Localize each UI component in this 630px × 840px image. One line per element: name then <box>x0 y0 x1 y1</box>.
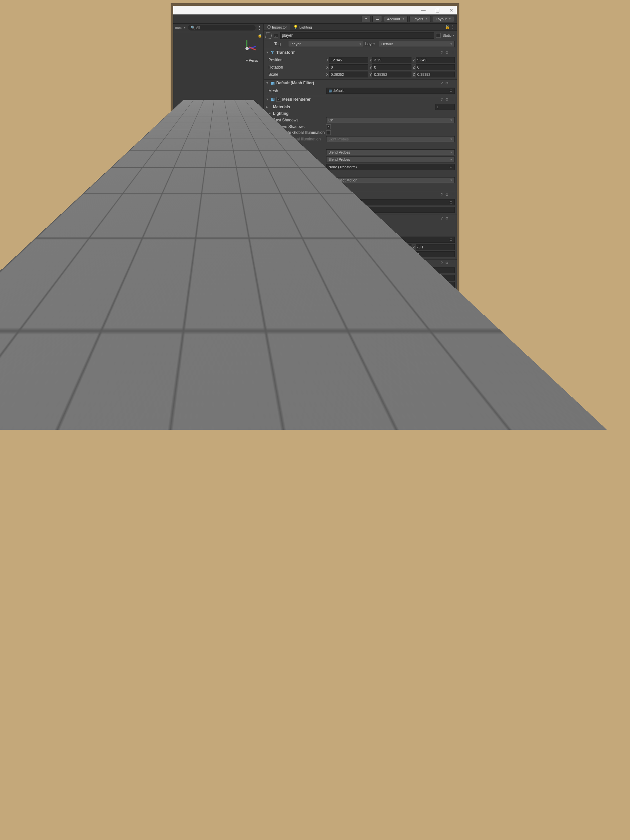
menu-icon[interactable]: ⋮ <box>451 216 455 221</box>
layer-dropdown[interactable]: Default▼ <box>379 41 455 47</box>
tag-label: Tag <box>274 42 287 46</box>
close-button[interactable]: ✕ <box>450 8 453 13</box>
help-icon[interactable]: ? <box>441 261 443 265</box>
main-toolbar: ✦ ☁ Account▼ Layers▼ Layout▼ <box>173 14 457 24</box>
layer-label: Layer <box>365 42 378 46</box>
cloud-icon[interactable]: ☁ <box>373 16 382 22</box>
rot-y[interactable]: 0 <box>373 64 412 70</box>
static-dropdown[interactable]: Static▼ <box>443 33 455 38</box>
status-warn: ▲0 <box>244 417 251 422</box>
foldout-icon[interactable]: ▼ <box>266 98 269 101</box>
object-name-input[interactable]: player <box>280 32 434 39</box>
lightprobes-dropdown[interactable]: Blend Probes▼ <box>326 149 455 155</box>
transform-icon: ⛛ <box>270 50 275 55</box>
gizmos-label: mos <box>175 26 182 30</box>
preset-icon[interactable]: ⚙ <box>445 51 448 55</box>
maximize-button[interactable]: ▢ <box>436 8 440 13</box>
size-z[interactable]: 1 <box>416 251 455 257</box>
preset-icon[interactable]: ⚙ <box>445 98 448 102</box>
help-icon[interactable]: ? <box>441 193 443 197</box>
orientation-gizmo[interactable] <box>237 39 257 58</box>
tab-inspector[interactable]: ⓘInspector <box>264 24 290 30</box>
help-icon[interactable]: ? <box>441 216 443 221</box>
receive-gi-dropdown: Light Probes▼ <box>326 136 455 142</box>
motion-vectors-dropdown[interactable]: Per Object Motion▼ <box>326 177 455 183</box>
reflprobes-dropdown[interactable]: Blend Probes▼ <box>326 156 455 163</box>
gameobject-icon[interactable] <box>265 32 272 39</box>
transform-title: Transform <box>276 50 439 55</box>
menu-icon[interactable]: ⋮ <box>451 193 455 197</box>
status-error: !0 <box>254 417 261 422</box>
meshfilter-title: Default (Mesh Filter) <box>276 81 439 85</box>
cast-shadows-dropdown[interactable]: On▼ <box>326 117 455 123</box>
menu-icon[interactable]: ⋮ <box>451 98 455 102</box>
help-icon[interactable]: ? <box>441 81 443 85</box>
pos-y[interactable]: 3.15 <box>373 57 412 63</box>
receive-shadows-checkbox[interactable]: ✓ <box>326 124 331 129</box>
persp-label[interactable]: ≡ Persp <box>246 58 258 62</box>
bulb-icon: 💡 <box>293 25 298 29</box>
account-dropdown[interactable]: Account▼ <box>384 16 407 22</box>
foldout-icon[interactable]: ▼ <box>266 51 269 54</box>
renderer-enabled[interactable]: ✓ <box>276 97 281 102</box>
status-info: i0 <box>234 417 241 422</box>
scale-z[interactable]: 0.38352 <box>416 71 455 77</box>
menu-icon[interactable]: ⋮ <box>451 51 455 55</box>
pos-z[interactable]: 5.349 <box>416 57 455 63</box>
mesh-field[interactable]: ▦ default⊙ <box>326 88 455 94</box>
info-icon: ⓘ <box>267 25 271 30</box>
lock-icon[interactable]: 🔒 <box>257 33 262 38</box>
active-checkbox[interactable]: ✓ <box>274 33 278 38</box>
renderer-title: Mesh Renderer <box>282 97 439 102</box>
collab-icon[interactable]: ✦ <box>362 16 371 22</box>
anchor-field[interactable]: None (Transform)⊙ <box>326 164 455 170</box>
meshfilter-icon: ▦ <box>270 81 275 85</box>
rot-x[interactable]: 0 <box>329 64 368 70</box>
titlebar: — ▢ ✕ <box>173 6 457 14</box>
preset-icon[interactable]: ⚙ <box>445 216 448 221</box>
help-icon[interactable]: ? <box>441 98 443 102</box>
tab-lighting[interactable]: 💡Lighting <box>290 24 315 30</box>
tag-dropdown[interactable]: Player▼ <box>288 41 364 47</box>
scene-search[interactable]: 🔍 All <box>188 25 256 30</box>
scale-x[interactable]: 0.38352 <box>329 71 368 77</box>
help-icon[interactable]: ? <box>441 51 443 55</box>
scene-viewport[interactable]: 🔒 ≡ Persp <box>173 32 264 309</box>
layers-dropdown[interactable]: Layers▼ <box>409 16 431 22</box>
foldout-icon[interactable]: ▼ <box>266 81 269 85</box>
center-z[interactable]: -0.1 <box>416 244 455 250</box>
preset-icon[interactable]: ⚙ <box>445 81 448 85</box>
preset-icon[interactable]: ⚙ <box>445 193 448 197</box>
pos-x[interactable]: 12.945 <box>329 57 368 63</box>
panel-menu-icon[interactable]: ⋮ <box>257 311 262 315</box>
materials-count[interactable]: 1 <box>435 104 455 110</box>
minimize-button[interactable]: — <box>421 8 426 13</box>
inspector-lock-icon[interactable]: 🔓 ⋮ <box>443 24 457 30</box>
menu-icon[interactable]: ⋮ <box>451 81 455 85</box>
renderer-icon: ▦ <box>270 97 275 102</box>
rot-z[interactable]: 0 <box>416 64 455 70</box>
menu-icon[interactable]: ⋮ <box>451 261 455 265</box>
scene-menu-icon[interactable]: ⋮ <box>257 25 262 30</box>
preset-icon[interactable]: ⚙ <box>445 261 448 265</box>
static-checkbox[interactable] <box>436 33 441 38</box>
contribute-gi-checkbox[interactable] <box>326 130 331 135</box>
scale-y[interactable]: 0.38352 <box>373 71 412 77</box>
layout-dropdown[interactable]: Layout▼ <box>433 16 454 22</box>
